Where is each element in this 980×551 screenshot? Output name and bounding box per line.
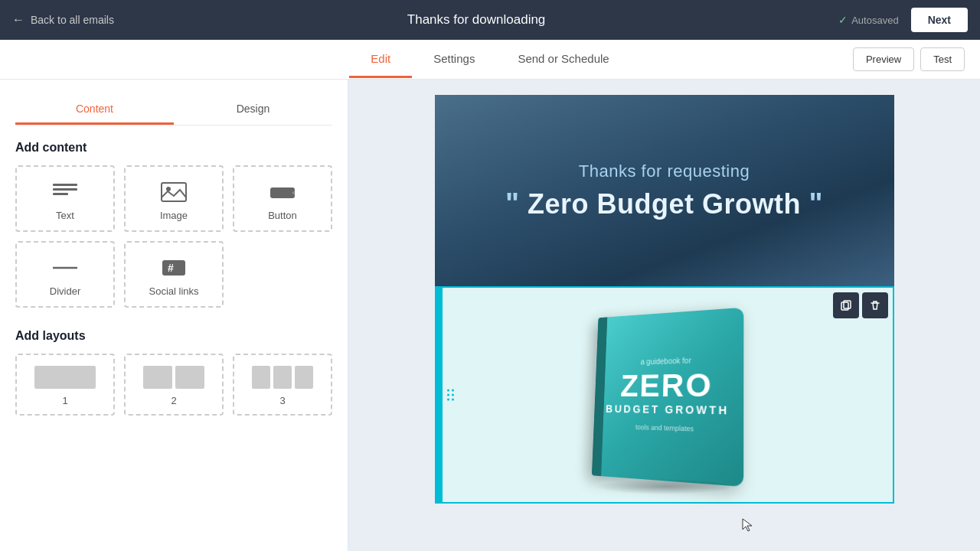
book-budget-growth-text: BUDGET GROWTH <box>606 403 730 417</box>
drag-dot <box>447 390 449 392</box>
text-item-label: Text <box>56 210 74 221</box>
hero-quote-open: " <box>505 187 520 220</box>
button-icon <box>269 181 296 204</box>
layout-item-1[interactable]: 1 <box>15 354 115 416</box>
autosaved-label: Autosaved <box>851 15 898 26</box>
add-layouts-title: Add layouts <box>15 329 332 343</box>
secondary-nav: Edit Settings Send or Schedule Preview T… <box>0 40 980 80</box>
content-item-social-links[interactable]: # Social links <box>124 241 224 308</box>
layout-col <box>252 366 270 389</box>
layout-col <box>175 366 204 389</box>
svg-point-4 <box>166 187 171 191</box>
back-to-emails-link[interactable]: ← Back to all emails <box>12 13 114 27</box>
content-item-divider[interactable]: Divider <box>15 241 115 308</box>
book-small-text: a guidebook for <box>640 357 691 367</box>
autosaved-indicator: ✓ Autosaved <box>838 14 898 26</box>
drag-dot <box>452 390 454 392</box>
content-item-image[interactable]: Image <box>124 165 224 232</box>
divider-icon <box>51 256 79 279</box>
tab-settings[interactable]: Settings <box>412 41 496 78</box>
book-zero-text: ZERO <box>619 369 712 402</box>
check-icon: ✓ <box>838 14 848 26</box>
top-bar: ← Back to all emails Thanks for download… <box>0 0 980 40</box>
nav-actions: Preview Test <box>853 47 980 71</box>
layout-2-label: 2 <box>171 395 176 406</box>
book-sub-text: tools and templates <box>635 422 693 434</box>
divider-item-label: Divider <box>50 285 80 297</box>
image-icon <box>160 181 188 204</box>
layout-preview-3 <box>252 366 313 389</box>
layout-col <box>34 366 96 389</box>
book-illustration: a guidebook for ZERO BUDGET GROWTH tools… <box>591 308 743 487</box>
drag-dot-row <box>447 399 454 401</box>
social-links-item-label: Social links <box>149 285 198 297</box>
layout-1-label: 1 <box>62 395 67 406</box>
preview-button[interactable]: Preview <box>853 47 914 71</box>
layout-preview-2 <box>143 366 204 389</box>
svg-rect-2 <box>53 193 68 195</box>
drag-handle[interactable] <box>447 390 454 401</box>
sidebar-tabs: Content Design <box>15 95 332 126</box>
hero-quote-close: " <box>809 187 824 220</box>
email-canvas: Thanks for requesting " Zero Budget Grow… <box>348 80 980 551</box>
drag-dot-row <box>447 394 454 396</box>
hero-book-title: Zero Budget Growth <box>528 188 801 220</box>
back-label: Back to all emails <box>31 14 114 26</box>
email-image-section[interactable]: a guidebook for ZERO BUDGET GROWTH tools… <box>435 286 894 504</box>
button-item-label: Button <box>268 210 297 221</box>
svg-text:#: # <box>168 262 174 274</box>
next-button[interactable]: Next <box>911 8 968 32</box>
add-content-title: Add content <box>15 141 332 155</box>
duplicate-icon <box>840 299 852 311</box>
test-button[interactable]: Test <box>920 47 965 71</box>
svg-rect-0 <box>53 184 77 186</box>
content-item-text[interactable]: Text <box>15 165 115 232</box>
drag-dot <box>452 399 454 401</box>
text-icon <box>51 181 79 204</box>
content-item-button[interactable]: Button <box>233 165 332 232</box>
sidebar-tab-content[interactable]: Content <box>15 95 174 125</box>
nav-tabs: Edit Settings Send or Schedule <box>0 41 980 77</box>
duplicate-button[interactable] <box>833 292 859 318</box>
image-item-label: Image <box>160 210 188 221</box>
svg-rect-5 <box>270 187 295 198</box>
tab-edit[interactable]: Edit <box>349 41 412 78</box>
layout-preview-1 <box>34 366 96 389</box>
book-wrapper: a guidebook for ZERO BUDGET GROWTH tools… <box>588 311 741 479</box>
delete-button[interactable] <box>862 292 888 318</box>
drag-dot <box>452 394 454 396</box>
delete-icon <box>869 299 881 311</box>
drag-dot <box>447 394 449 396</box>
email-wrapper: Thanks for requesting " Zero Budget Grow… <box>435 95 894 504</box>
book-illustration-container: a guidebook for ZERO BUDGET GROWTH tools… <box>565 288 764 502</box>
book-shadow <box>596 479 733 494</box>
layout-col <box>295 366 313 389</box>
layout-col <box>143 366 172 389</box>
hero-title: " Zero Budget Growth " <box>505 187 823 220</box>
drag-dot-row <box>447 390 454 392</box>
email-title: Thanks for downloading <box>407 12 546 28</box>
sidebar: Content Design Add content Text <box>0 80 348 551</box>
main-content: Content Design Add content Text <box>0 80 980 551</box>
svg-rect-1 <box>53 188 77 191</box>
float-actions <box>833 292 888 318</box>
tab-send-or-schedule[interactable]: Send or Schedule <box>496 41 630 78</box>
sidebar-tab-design[interactable]: Design <box>174 95 332 125</box>
svg-rect-8 <box>162 260 185 276</box>
hero-subtitle: Thanks for requesting <box>579 161 750 181</box>
layout-col <box>273 366 292 389</box>
top-bar-actions: ✓ Autosaved Next <box>838 8 968 32</box>
social-links-icon: # <box>160 256 188 279</box>
layout-items-grid: 1 2 3 <box>15 354 332 416</box>
layout-item-2[interactable]: 2 <box>124 354 224 416</box>
content-items-grid: Text Image Button <box>15 165 332 308</box>
drag-dot <box>447 399 449 401</box>
back-arrow-icon: ← <box>12 13 24 27</box>
email-hero-section[interactable]: Thanks for requesting " Zero Budget Grow… <box>435 95 894 286</box>
layout-item-3[interactable]: 3 <box>233 354 332 416</box>
layout-3-label: 3 <box>279 395 285 406</box>
cursor-icon <box>740 517 755 533</box>
